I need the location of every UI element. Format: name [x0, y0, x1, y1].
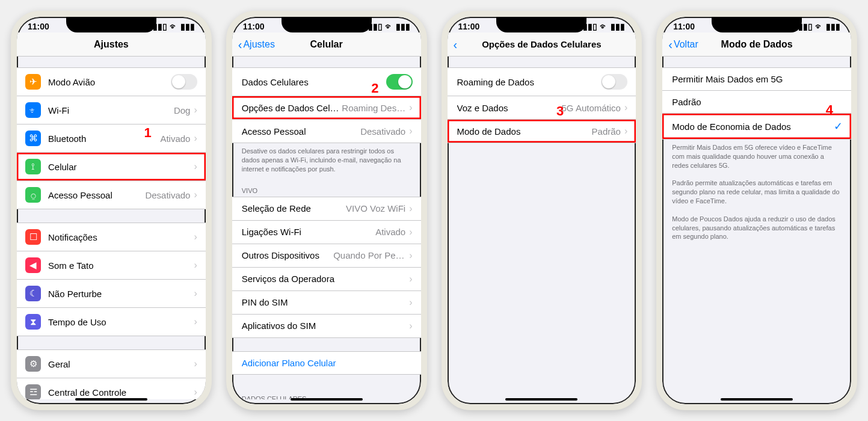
- row-padr-o[interactable]: Padrão: [662, 90, 851, 113]
- chevron-right-icon: ›: [194, 260, 197, 271]
- row-label: Tempo de Uso: [48, 317, 194, 327]
- battery-icon: ▮▮▮: [396, 22, 410, 31]
- footer-text: Permitir Mais Dados em 5G oferece vídeo …: [662, 140, 851, 241]
- back-button[interactable]: ‹: [454, 38, 458, 51]
- row-label: Modo de Dados: [457, 126, 592, 137]
- row-label: Adicionar Plano Celular: [242, 358, 413, 368]
- row-value: Quando Por Perto: [333, 250, 405, 260]
- row-label: Som e Tato: [48, 260, 194, 271]
- wifi-icon: ᯤ: [385, 22, 393, 31]
- phone-screen-3: 11:00 ▮▮▮▯ ᯤ ▮▮▮ ‹ Opções de Dados Celul…: [442, 11, 642, 410]
- back-button[interactable]: ‹ Ajustes: [238, 38, 275, 51]
- battery-icon: ▮▮▮: [611, 22, 625, 31]
- notch: [496, 17, 586, 32]
- home-indicator[interactable]: [505, 398, 577, 401]
- row-label: Bluetooth: [48, 134, 160, 144]
- navbar: ‹ Ajustes Celular: [232, 32, 421, 57]
- row-label: Serviços da Operadora: [242, 274, 409, 284]
- row-label: Modo Avião: [48, 77, 171, 87]
- home-indicator[interactable]: [75, 398, 147, 401]
- row-servi-os-da-operadora[interactable]: Serviços da Operadora›: [232, 267, 421, 290]
- moon-icon: ☾: [25, 286, 41, 301]
- row-label: Padrão: [672, 97, 843, 107]
- page-title: Opções de Dados Celulares: [482, 39, 601, 49]
- battery-icon: ▮▮▮: [826, 22, 840, 31]
- row-value: Ativado: [375, 227, 405, 237]
- toggle-switch[interactable]: [601, 74, 627, 90]
- row-screentime[interactable]: ⧗Tempo de Uso›: [17, 307, 206, 336]
- bluetooth-icon: ⌘: [25, 131, 41, 146]
- row-notifications[interactable]: ☐Notificações›: [17, 223, 206, 251]
- row-modo-de-dados[interactable]: Modo de DadosPadrão›: [448, 119, 636, 143]
- chevron-left-icon: ‹: [454, 38, 458, 51]
- link-icon: ⍜: [25, 187, 41, 203]
- chevron-right-icon: ›: [409, 274, 412, 284]
- home-indicator[interactable]: [721, 398, 793, 401]
- row-label: Wi-Fi: [48, 105, 174, 115]
- notch: [282, 17, 372, 32]
- row-label: PIN do SIM: [242, 297, 409, 307]
- chevron-left-icon: ‹: [238, 38, 242, 51]
- back-label: Voltar: [674, 39, 698, 50]
- row-hotspot[interactable]: ⍜Acesso PessoalDesativado›: [17, 180, 206, 209]
- row-roaming-de-dados[interactable]: Roaming de Dados: [448, 67, 636, 96]
- row-outros-dispositivos[interactable]: Outros DispositivosQuando Por Perto›: [232, 244, 421, 267]
- row-bluetooth[interactable]: ⌘BluetoothAtivado›: [17, 124, 206, 152]
- callout-1: 1: [144, 125, 152, 141]
- row-permitir-mais-dados-em-5g[interactable]: Permitir Mais Dados em 5G: [662, 67, 851, 90]
- status-time: 11:00: [458, 22, 480, 31]
- row-label: Voz e Dados: [457, 103, 562, 113]
- page-title: Celular: [310, 39, 343, 50]
- footer-text: Desative os dados celulares para restrin…: [232, 143, 421, 174]
- row-dnd[interactable]: ☾Não Perturbe›: [17, 279, 206, 307]
- row-label: Não Perturbe: [48, 289, 194, 299]
- navbar: Ajustes: [17, 32, 206, 57]
- chevron-right-icon: ›: [194, 358, 197, 369]
- row-airplane[interactable]: ✈Modo Avião: [17, 67, 206, 96]
- chevron-right-icon: ›: [409, 227, 412, 238]
- row-op-es-de-dados-celulares[interactable]: Opções de Dados CelularesRoaming Des…›: [232, 96, 421, 119]
- row-sele-o-de-rede[interactable]: Seleção de RedeVIVO Voz WiFi›: [232, 197, 421, 220]
- toggle-switch[interactable]: [386, 74, 413, 90]
- chevron-right-icon: ›: [194, 288, 197, 299]
- row-label: Modo de Economia de Dados: [672, 121, 834, 132]
- row-aplicativos-do-sim[interactable]: Aplicativos do SIM›: [232, 314, 421, 338]
- row-label: Geral: [48, 359, 194, 369]
- row-label: Celular: [48, 162, 194, 172]
- data-options-content[interactable]: 3 Roaming de DadosVoz e Dados5G Automáti…: [448, 57, 636, 399]
- callout-3: 3: [556, 103, 564, 119]
- row-label: Seleção de Rede: [242, 203, 346, 214]
- row-sounds[interactable]: ◀Som e Tato›: [17, 251, 206, 279]
- row-value: 5G Automático: [562, 103, 621, 113]
- data-mode-content[interactable]: 4 Permitir Mais Dados em 5GPadrãoModo de…: [662, 57, 851, 399]
- row-label: Notificações: [48, 232, 194, 242]
- settings-content[interactable]: 1 ✈Modo AviãoᯤWi-FiDog›⌘BluetoothAtivado…: [17, 57, 206, 399]
- wifi-icon: ᯤ: [170, 22, 178, 31]
- callout-4: 4: [826, 102, 833, 118]
- row-acesso-pessoal[interactable]: Acesso PessoalDesativado›: [232, 119, 421, 143]
- home-indicator[interactable]: [291, 398, 363, 401]
- back-button[interactable]: ‹ Voltar: [668, 38, 698, 51]
- row-cellular[interactable]: ⟟Celular›: [17, 152, 206, 180]
- row-voz-e-dados[interactable]: Voz e Dados5G Automático›: [448, 96, 636, 119]
- row-modo-de-economia-de-dados[interactable]: Modo de Economia de Dados✓: [662, 113, 851, 140]
- cellular-content[interactable]: 2 Dados CelularesOpções de Dados Celular…: [232, 57, 421, 399]
- row-value: Padrão: [592, 126, 621, 137]
- toggle-switch[interactable]: [171, 74, 197, 90]
- notch: [712, 17, 802, 32]
- chevron-right-icon: ›: [194, 232, 197, 242]
- row-general[interactable]: ⚙Geral›: [17, 349, 206, 378]
- row-pin-do-sim[interactable]: PIN do SIM›: [232, 290, 421, 314]
- row-dados-celulares[interactable]: Dados Celulares: [232, 67, 421, 96]
- row-controlcenter[interactable]: ☲Central de Controle›: [17, 378, 206, 399]
- battery-icon: ▮▮▮: [180, 22, 195, 31]
- row-adicionar-plano-celular[interactable]: Adicionar Plano Celular: [232, 351, 421, 375]
- row-label: Permitir Mais Dados em 5G: [672, 74, 843, 84]
- row-liga-es-wi-fi[interactable]: Ligações Wi-FiAtivado›: [232, 220, 421, 244]
- wifi-icon: ᯤ: [815, 22, 823, 31]
- page-title: Modo de Dados: [721, 39, 793, 50]
- row-wifi[interactable]: ᯤWi-FiDog›: [17, 96, 206, 124]
- switches-icon: ☲: [25, 384, 41, 399]
- status-time: 11:00: [673, 22, 695, 31]
- row-label: Roaming de Dados: [457, 77, 602, 87]
